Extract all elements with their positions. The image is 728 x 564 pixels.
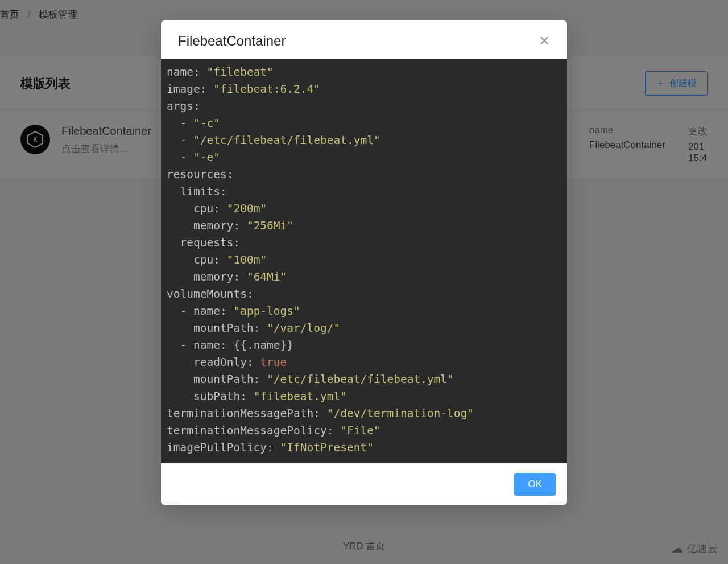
- yaml-key: resources:: [167, 168, 233, 181]
- yaml-key: memory:: [167, 219, 240, 232]
- yaml-keyword: true: [260, 356, 287, 369]
- yaml-string: "64Mi": [247, 270, 287, 283]
- close-icon[interactable]: ✕: [539, 34, 550, 48]
- yaml-key: name:: [193, 339, 227, 352]
- yaml-string: "File": [340, 424, 380, 437]
- yaml-key: mountPath:: [167, 373, 260, 386]
- yaml-key: subPath:: [167, 390, 247, 403]
- yaml-string: "200m": [227, 202, 267, 215]
- yaml-key: mountPath:: [167, 322, 260, 335]
- yaml-dash: -: [167, 339, 193, 352]
- modal: FilebeatContainer ✕ name: "filebeat" ima…: [161, 20, 567, 505]
- yaml-key: readOnly:: [167, 356, 254, 369]
- yaml-key: args:: [167, 100, 200, 113]
- modal-overlay[interactable]: FilebeatContainer ✕ name: "filebeat" ima…: [0, 0, 728, 564]
- yaml-key: name:: [193, 304, 227, 318]
- ok-button[interactable]: OK: [514, 473, 556, 496]
- yaml-string: "/etc/filebeat/filebeat.yml": [193, 134, 380, 147]
- yaml-key: requests:: [167, 236, 240, 249]
- yaml-dash: -: [167, 304, 193, 318]
- yaml-string: "filebeat.yml": [254, 390, 347, 403]
- yaml-dash: -: [167, 134, 193, 147]
- yaml-key: limits:: [167, 185, 227, 198]
- yaml-string: "app-logs": [233, 304, 300, 318]
- yaml-key: cpu:: [167, 253, 220, 266]
- yaml-key: image:: [167, 83, 206, 96]
- yaml-string: "/etc/filebeat/filebeat.yml": [267, 373, 454, 386]
- yaml-string: "IfNotPresent": [280, 441, 374, 454]
- yaml-string: "filebeat": [206, 65, 273, 79]
- modal-header: FilebeatContainer ✕: [161, 20, 567, 59]
- yaml-string: "-c": [193, 117, 220, 130]
- yaml-dash: -: [167, 151, 193, 164]
- modal-title: FilebeatContainer: [178, 33, 286, 49]
- yaml-dash: -: [167, 117, 193, 130]
- yaml-key: name:: [167, 65, 200, 79]
- yaml-key: terminationMessagePolicy:: [167, 424, 334, 437]
- yaml-string: "filebeat:6.2.4": [213, 83, 320, 96]
- yaml-string: "100m": [227, 253, 267, 266]
- yaml-template: {{.name}}: [233, 339, 293, 352]
- yaml-key: imagePullPolicy:: [167, 441, 274, 454]
- yaml-code-block: name: "filebeat" image: "filebeat:6.2.4"…: [161, 59, 567, 463]
- yaml-key: terminationMessagePath:: [167, 407, 320, 420]
- yaml-string: "/var/log/": [267, 322, 340, 335]
- modal-footer: OK: [161, 463, 567, 505]
- yaml-string: "256Mi": [247, 219, 293, 232]
- yaml-key: memory:: [167, 270, 240, 283]
- yaml-key: cpu:: [167, 202, 220, 215]
- yaml-key: volumeMounts:: [167, 287, 254, 300]
- yaml-string: "/dev/termination-log": [327, 407, 474, 420]
- yaml-string: "-e": [193, 151, 220, 164]
